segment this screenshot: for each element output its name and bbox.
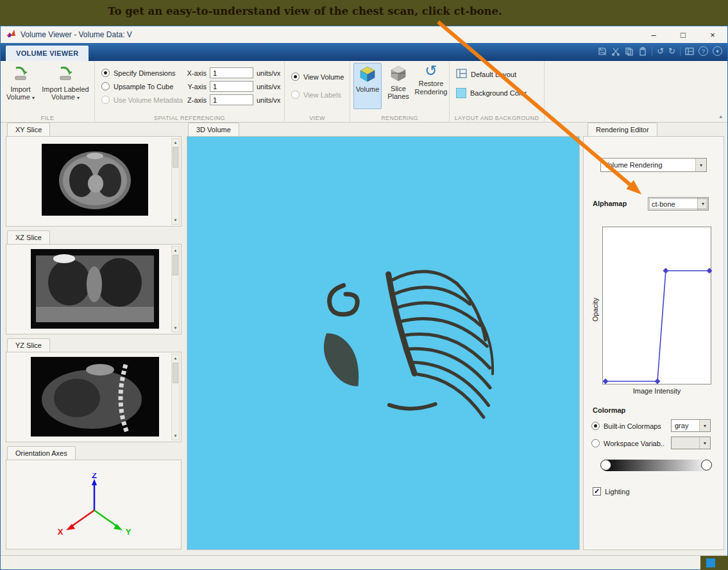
tab-xz-slice[interactable]: XZ Slice bbox=[7, 230, 50, 244]
maximize-button[interactable]: □ bbox=[668, 26, 698, 43]
copy-icon[interactable] bbox=[625, 47, 634, 56]
radio-specify-dimensions[interactable]: Specify Dimensions bbox=[101, 69, 176, 77]
xy-slice-scrollbar[interactable]: ▲ ▼ bbox=[171, 138, 180, 225]
window-title: Volume Viewer - Volume Data: V bbox=[21, 30, 132, 39]
help-icon[interactable]: ? bbox=[698, 46, 708, 56]
tab-rendering-editor[interactable]: Rendering Editor bbox=[588, 123, 657, 136]
colormap-label: Colormap bbox=[593, 406, 625, 414]
tab-3d-volume[interactable]: 3D Volume bbox=[188, 123, 239, 136]
tab-volume-viewer[interactable]: VOLUME VIEWER bbox=[6, 46, 89, 61]
gradient-max-handle[interactable] bbox=[701, 460, 712, 471]
cut-icon[interactable] bbox=[611, 47, 620, 56]
section-layout-background: Default Layout Background Color LAYOUT A… bbox=[450, 61, 545, 123]
import-labeled-volume-button[interactable]: Import Labeled Volume ▾ bbox=[39, 64, 92, 101]
chevron-down-icon: ▾ bbox=[697, 198, 708, 210]
scroll-up-icon[interactable]: ▲ bbox=[172, 246, 179, 254]
y-axis-input[interactable] bbox=[210, 81, 253, 92]
alphamap-label: Alphamap bbox=[593, 200, 627, 207]
section-label-rendering: RENDERING bbox=[350, 115, 449, 121]
background-color-icon bbox=[456, 88, 466, 98]
chest-volume-render bbox=[296, 236, 534, 438]
scroll-up-icon[interactable]: ▲ bbox=[172, 354, 179, 362]
tab-yz-slice[interactable]: YZ Slice bbox=[7, 338, 50, 352]
lighting-checkbox-row[interactable]: ✓ Lighting bbox=[593, 487, 630, 496]
scrollbar-thumb[interactable] bbox=[173, 255, 178, 275]
collapse-ribbon-icon[interactable]: ▴ bbox=[719, 113, 722, 119]
maximize-icon: □ bbox=[681, 30, 686, 40]
z-axis-input[interactable] bbox=[210, 94, 253, 105]
ribbon: Import Volume ▾ Import Labeled Volume ▾ … bbox=[1, 61, 727, 123]
scrollbar-thumb[interactable] bbox=[173, 147, 178, 168]
default-layout-button[interactable]: Default Layout bbox=[456, 69, 516, 80]
builtin-colormap-dropdown[interactable]: gray ▾ bbox=[671, 419, 711, 432]
xz-slice-panel: ▲ ▼ bbox=[6, 244, 182, 334]
tab-orientation-axes[interactable]: Orientation Axes bbox=[7, 446, 76, 460]
minimize-ribbon-icon[interactable]: ▾ bbox=[713, 46, 722, 56]
section-spatial-referencing: Specify Dimensions Upsample To Cube Use … bbox=[95, 61, 285, 123]
radio-icon bbox=[291, 91, 300, 99]
import-labeled-volume-icon bbox=[57, 65, 74, 84]
radio-view-volume[interactable]: View Volume bbox=[291, 73, 344, 81]
x-axis-label: X-axis bbox=[183, 69, 207, 77]
import-volume-button[interactable]: Import Volume ▾ bbox=[4, 64, 37, 101]
xz-slice-scrollbar[interactable]: ▲ ▼ bbox=[171, 246, 180, 332]
volume-toggle-button[interactable]: Volume bbox=[353, 63, 382, 109]
y-axis-row: Y-axis units/vx bbox=[183, 81, 280, 92]
background-color-button[interactable]: Background Color bbox=[456, 88, 527, 98]
screenshot-root: To get an easy-to-understand view of the… bbox=[0, 0, 728, 570]
alphamap-value: ct-bone bbox=[648, 200, 697, 208]
radio-upsample-to-cube[interactable]: Upsample To Cube bbox=[101, 82, 173, 91]
tab-xy-slice[interactable]: XY Slice bbox=[7, 123, 50, 136]
radio-use-volume-metadata: Use Volume Metadata bbox=[101, 96, 183, 104]
z-axis-label: Z-axis bbox=[183, 96, 207, 104]
scroll-down-icon[interactable]: ▼ bbox=[172, 324, 179, 332]
slice-planes-icon bbox=[390, 65, 407, 83]
slice-planes-label: Slice Planes bbox=[384, 85, 412, 101]
chevron-down-icon: ▾ bbox=[699, 420, 710, 431]
app-window: Volume Viewer - Volume Data: V – □ × VOL… bbox=[0, 26, 728, 570]
background-color-label: Background Color bbox=[470, 89, 527, 97]
radio-workspace-variable[interactable]: Workspace Variab.. bbox=[591, 439, 665, 447]
colormap-gradient-slider[interactable] bbox=[601, 460, 711, 471]
redo-icon[interactable]: ↻ bbox=[668, 46, 675, 56]
undo-icon[interactable]: ↺ bbox=[657, 46, 664, 56]
xz-slice-image[interactable] bbox=[31, 249, 159, 329]
restore-rendering-icon: ↺ bbox=[425, 64, 437, 78]
radio-icon bbox=[101, 69, 110, 77]
scroll-down-icon[interactable]: ▼ bbox=[172, 432, 179, 440]
minimize-button[interactable]: – bbox=[639, 26, 668, 43]
restore-rendering-button[interactable]: ↺ Restore Rendering bbox=[414, 62, 448, 96]
slice-planes-button[interactable]: Slice Planes bbox=[384, 63, 412, 101]
section-label-spatial: SPATIAL REFERENCING bbox=[95, 115, 284, 121]
radio-label: Workspace Variab.. bbox=[604, 440, 665, 447]
rendering-mode-dropdown[interactable]: Volume Rendering ▾ bbox=[600, 158, 707, 172]
layout-icon[interactable] bbox=[685, 47, 694, 56]
toolbar-separator bbox=[652, 47, 652, 56]
radio-label: View Volume bbox=[303, 73, 344, 81]
workspace-variable-dropdown: ▾ bbox=[671, 436, 711, 449]
orientation-axes-panel: Z X Y bbox=[6, 460, 182, 549]
checkbox-checked-icon[interactable]: ✓ bbox=[593, 487, 601, 496]
scrollbar-thumb[interactable] bbox=[173, 363, 178, 383]
radio-icon bbox=[101, 82, 110, 91]
radio-icon bbox=[101, 96, 110, 104]
paste-icon[interactable] bbox=[638, 47, 647, 56]
orientation-axes-glyph: Z X Y bbox=[46, 473, 142, 543]
radio-label: Upsample To Cube bbox=[114, 83, 173, 91]
minimize-icon: – bbox=[651, 30, 656, 40]
title-bar: Volume Viewer - Volume Data: V – □ × bbox=[1, 26, 727, 43]
alphamap-plot[interactable] bbox=[602, 227, 711, 384]
yz-slice-image[interactable] bbox=[31, 357, 159, 436]
volume-3d-viewport[interactable] bbox=[187, 136, 580, 550]
x-axis-input[interactable] bbox=[210, 67, 253, 78]
xy-slice-image[interactable] bbox=[42, 144, 148, 216]
radio-builtin-colormaps[interactable]: Built-in Colormaps bbox=[591, 422, 661, 430]
save-icon[interactable] bbox=[598, 47, 607, 56]
close-button[interactable]: × bbox=[698, 26, 727, 43]
radio-label: Specify Dimensions bbox=[114, 69, 176, 77]
alphamap-dropdown[interactable]: ct-bone ▾ bbox=[648, 197, 709, 211]
scroll-down-icon[interactable]: ▼ bbox=[172, 216, 179, 224]
gradient-min-handle[interactable] bbox=[600, 460, 611, 471]
yz-slice-scrollbar[interactable]: ▲ ▼ bbox=[171, 354, 180, 440]
scroll-up-icon[interactable]: ▲ bbox=[172, 139, 179, 146]
